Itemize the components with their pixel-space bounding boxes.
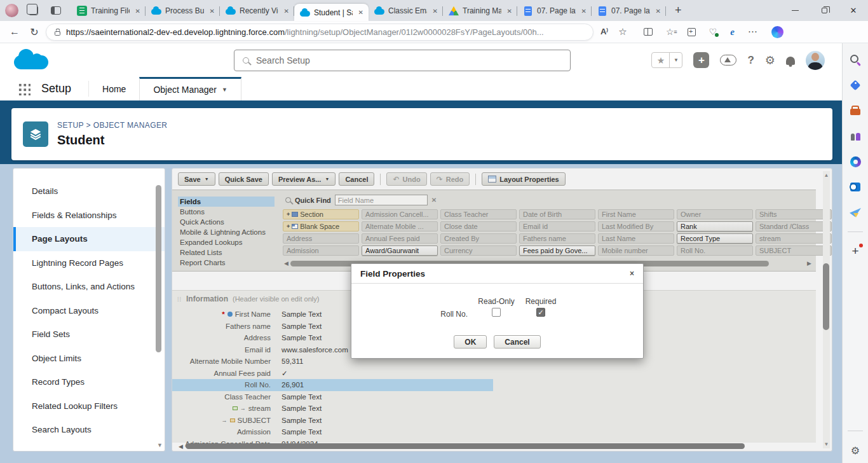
sidebar-settings-icon[interactable]: ⚙ — [849, 444, 862, 457]
vertical-tabs-icon[interactable] — [51, 6, 61, 15]
close-tab-icon[interactable]: ✕ — [133, 7, 142, 15]
setup-tab-home[interactable]: Home — [89, 77, 139, 100]
browser-profile-avatar[interactable] — [5, 4, 18, 17]
copilot-icon[interactable] — [771, 26, 783, 38]
palette-field-shifts[interactable]: Shifts — [756, 209, 832, 219]
browser-tab-training-ma-5[interactable]: Training Ma✕ — [443, 1, 517, 21]
address-bar[interactable]: https://saeinternational2-dev-ed.develop… — [46, 24, 593, 41]
palette-field-blank-space[interactable]: +Blank Space — [283, 221, 359, 232]
palette-category-fields[interactable]: Fields — [178, 197, 275, 207]
split-screen-icon[interactable] — [644, 28, 653, 36]
browser-tab-classic-ema-4[interactable]: Classic Ema✕ — [369, 1, 443, 21]
ok-button[interactable]: OK — [454, 335, 487, 349]
toolbox-icon[interactable] — [849, 104, 862, 117]
palette-field-email-id[interactable]: Email id — [519, 221, 595, 232]
sidebar-item-object-limits[interactable]: Object Limits — [13, 347, 165, 371]
outlook-icon[interactable] — [849, 181, 862, 193]
browser-tab-training-file-0[interactable]: Training File✕ — [71, 1, 146, 21]
palette-category-quick-actions[interactable]: Quick Actions — [178, 217, 275, 227]
palette-category-related-lists[interactable]: Related Lists — [178, 247, 275, 258]
palette-field-standard-class[interactable]: Standard /Class — [756, 221, 832, 232]
gear-icon[interactable]: ⚙ — [765, 53, 775, 67]
quick-save-button[interactable]: Quick Save — [219, 172, 269, 186]
help-icon[interactable]: ? — [747, 54, 754, 67]
browser-tab-process-bui-1[interactable]: Process Bui✕ — [146, 1, 220, 21]
trailhead-help-icon[interactable] — [720, 55, 736, 66]
palette-field-rank[interactable]: Rank — [677, 221, 753, 232]
form-row-roll-no[interactable]: Roll No.26,901 — [172, 379, 493, 391]
minimize-button[interactable] — [780, 0, 810, 21]
browser-tab-recently-vie-2[interactable]: Recently Vie✕ — [220, 1, 294, 21]
user-avatar[interactable] — [806, 51, 825, 70]
close-window-button[interactable]: ✕ — [839, 0, 868, 21]
browser-tab-student-sa-3[interactable]: Student | Sa✕ — [294, 4, 369, 21]
scroll-up-icon[interactable]: ▲ — [823, 172, 830, 178]
palette-field-alternate-mobile[interactable]: Alternate Mobile ... — [362, 221, 438, 232]
palette-field-stream[interactable]: stream — [756, 233, 832, 244]
quick-find-input[interactable] — [335, 195, 428, 205]
sidebar-item-compact-layouts[interactable]: Compact Layouts — [13, 299, 165, 323]
palette-field-address[interactable]: Address — [283, 233, 359, 244]
refresh-button[interactable]: ↻ — [26, 26, 43, 38]
palette-field-close-date[interactable]: Close date — [440, 221, 517, 232]
customize-sidebar-icon[interactable]: + — [849, 245, 862, 258]
stacked-tabs-icon[interactable] — [29, 6, 38, 15]
form-row-class-teacher[interactable]: Class TeacherSample Text — [172, 391, 493, 403]
palette-field-admission[interactable]: Admission — [283, 245, 359, 256]
palette-field-owner[interactable]: Owner — [677, 209, 753, 219]
palette-field-date-of-birth[interactable]: Date of Birth — [519, 209, 595, 219]
sidebar-item-page-layouts[interactable]: Page Layouts — [13, 227, 165, 251]
sidebar-item-field-sets[interactable]: Field Sets — [13, 322, 165, 347]
palette-field-last-modified-by[interactable]: Last Modified By — [598, 221, 674, 232]
more-menu-icon[interactable]: ⋯ — [748, 26, 758, 38]
new-tab-button[interactable]: + — [671, 4, 686, 17]
shopping-icon[interactable] — [849, 79, 862, 92]
sidebar-item-related-lookup-filters[interactable]: Related Lookup Filters — [13, 394, 165, 418]
preview-as-button[interactable]: Preview As...▼ — [272, 172, 336, 186]
sidebar-item-lightning-record-pages[interactable]: Lightning Record Pages — [13, 251, 165, 275]
sidebar-item-record-types[interactable]: Record Types — [13, 370, 165, 394]
read-aloud-button[interactable]: A) — [597, 27, 612, 36]
close-tab-icon[interactable]: ✕ — [356, 8, 365, 17]
readonly-checkbox[interactable] — [492, 308, 501, 317]
layout-properties-button[interactable]: Layout Properties — [482, 172, 566, 186]
palette-field-roll-no[interactable]: Roll No. — [677, 245, 753, 256]
browser-tab-07-page-lay-6[interactable]: 07. Page lay✕ — [517, 1, 592, 21]
undo-button[interactable]: ↶Undo — [386, 172, 426, 186]
sidebar-item-details[interactable]: Details — [13, 179, 165, 204]
scroll-right-icon[interactable]: ▶ — [807, 260, 811, 266]
form-row-admission[interactable]: AdmissionSample Text — [172, 426, 493, 438]
app-launcher-icon[interactable] — [17, 82, 31, 95]
back-button[interactable]: ← — [6, 26, 23, 38]
sidebar-item-search-layouts[interactable]: Search Layouts — [13, 418, 165, 442]
browser-tab-07-page-lay-7[interactable]: 07. Page lay✕ — [592, 1, 666, 21]
notifications-bell-icon[interactable] — [786, 57, 795, 65]
close-tab-icon[interactable]: ✕ — [505, 7, 514, 15]
close-tab-icon[interactable]: ✕ — [580, 7, 588, 15]
section-header[interactable]: ⁞⁞ Information (Header visible on edit o… — [177, 294, 319, 303]
microsoft-365-icon[interactable] — [849, 155, 862, 168]
global-actions-button[interactable]: + — [693, 52, 709, 68]
ie-mode-icon[interactable]: e — [730, 27, 735, 38]
palette-field-record-type[interactable]: Record Type — [677, 233, 753, 244]
close-tab-icon[interactable]: ✕ — [208, 7, 217, 15]
scroll-left-icon[interactable]: ◀ — [284, 260, 288, 266]
close-tab-icon[interactable]: ✕ — [654, 7, 663, 15]
palette-field-mobile-number[interactable]: Mobile number — [598, 245, 674, 256]
search-setup-input[interactable] — [256, 55, 562, 66]
chevron-down-icon[interactable]: ▼ — [670, 53, 682, 67]
cancel-button[interactable]: Cancel — [494, 335, 540, 349]
sidebar-item-list-view-button-layout[interactable]: List View Button Layout — [13, 442, 165, 452]
palette-field-section[interactable]: +Section — [283, 209, 359, 219]
palette-field-annual-fees-paid[interactable]: Annual Fees paid — [362, 233, 438, 244]
favorites-icon[interactable]: ☆ — [666, 27, 674, 37]
setup-tab-object-manager[interactable]: Object Manager▼ — [139, 77, 241, 100]
browser-essentials-icon[interactable]: ♡ — [709, 27, 717, 37]
required-checkbox[interactable]: ✓ — [536, 308, 545, 317]
close-tab-icon[interactable]: ✕ — [431, 7, 440, 15]
form-row-subject[interactable]: →SUBJECTSample Text — [172, 415, 493, 427]
collections-icon[interactable] — [688, 28, 696, 36]
close-tab-icon[interactable]: ✕ — [282, 7, 291, 15]
games-icon[interactable] — [849, 130, 862, 142]
favorites-star-icon[interactable]: ★ — [652, 53, 669, 67]
